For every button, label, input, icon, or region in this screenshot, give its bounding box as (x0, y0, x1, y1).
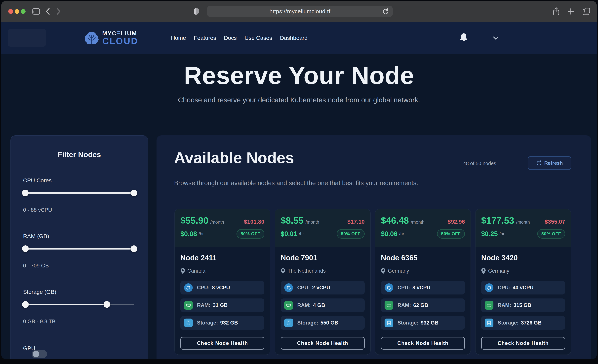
storage-icon (284, 319, 293, 327)
node-location: Canada (187, 268, 206, 274)
nav-link-dashboard[interactable]: Dashboard (280, 35, 307, 41)
per-month-label: /month (516, 220, 530, 225)
gpu-toggle[interactable] (32, 350, 47, 358)
section-title: Available Nodes (174, 149, 294, 167)
check-node-health-button[interactable]: Check Node Health (381, 337, 465, 350)
location-pin-icon (381, 268, 386, 274)
cpu-label: CPU: (197, 285, 210, 291)
refresh-icon (536, 160, 541, 166)
price-monthly: $55.90 (180, 215, 208, 226)
nav-link-docs[interactable]: Docs (224, 35, 237, 41)
section-description: Browse through our available nodes and s… (174, 180, 418, 187)
nav-links: Home Features Docs Use Cases Dashboard (171, 22, 307, 54)
account-chevron-down-icon[interactable] (493, 36, 498, 40)
node-name: Node 3420 (481, 254, 565, 262)
card-body: Node 6365 Germany CPU: 8 vCPU (375, 247, 471, 355)
ram-value: 315 GB (514, 302, 531, 308)
sidebar-toggle-icon[interactable] (31, 1, 41, 22)
ram-filter-label: RAM (GB) (23, 233, 148, 240)
new-tab-icon[interactable] (565, 1, 576, 22)
refresh-button[interactable]: Refresh (528, 156, 571, 170)
web-page: MYCΞLIUM CLOUD Home Features Docs Use Ca… (1, 22, 597, 359)
node-location: The Netherlands (288, 268, 326, 274)
storage-slider-max-handle[interactable] (104, 301, 110, 308)
cpu-range-slider[interactable] (25, 188, 134, 198)
ram-slider-min-handle[interactable] (22, 245, 29, 252)
storage-value: 3726 GB (521, 320, 541, 326)
price-monthly: $8.55 (281, 215, 304, 226)
ram-icon (184, 301, 193, 310)
cpu-icon (385, 283, 393, 292)
forward-button[interactable] (54, 1, 63, 22)
ram-slider-max-handle[interactable] (131, 245, 137, 252)
per-hour-label: /hr (499, 231, 504, 236)
ram-icon (385, 301, 393, 310)
cpu-spec-row: CPU: 2 vCPU (281, 281, 365, 295)
minimize-window-button[interactable] (15, 9, 19, 14)
navbar-placeholder (8, 29, 46, 47)
storage-spec-row: Storage: 550 GB (281, 316, 365, 330)
per-month-label: /month (411, 220, 424, 225)
card-body: Node 7901 The Netherlands CPU: 2 vCPU (275, 247, 370, 355)
cpu-slider-min-handle[interactable] (22, 190, 29, 196)
back-button[interactable] (43, 1, 52, 22)
check-node-health-button[interactable]: Check Node Health (481, 337, 565, 350)
check-node-health-button[interactable]: Check Node Health (180, 337, 264, 350)
old-price: $355.07 (545, 218, 565, 225)
nav-link-home[interactable]: Home (171, 35, 186, 41)
cpu-icon (485, 283, 493, 292)
price-header: $55.90 /month $101.80 $0.08 /hr 50% OFF (175, 209, 270, 247)
site-logo[interactable]: MYCΞLIUM CLOUD (84, 27, 138, 49)
card-body: Node 3420 Germany CPU: 40 vCPU (475, 247, 571, 355)
storage-slider-min-handle[interactable] (22, 301, 29, 308)
storage-range-slider[interactable] (25, 299, 134, 309)
old-price: $101.80 (244, 218, 264, 225)
price-header: $46.48 /month $92.96 $0.06 /hr 50% OFF (375, 209, 471, 247)
old-price: $92.96 (448, 218, 465, 225)
nodes-count: 48 of 50 nodes (463, 161, 496, 166)
logo-e-glyph: Ξ (117, 30, 121, 36)
per-hour-label: /hr (199, 231, 204, 236)
reload-icon[interactable] (382, 8, 389, 15)
node-name: Node 6365 (381, 254, 465, 262)
node-cards-grid: $55.90 /month $101.80 $0.08 /hr 50% OFF … (174, 209, 571, 355)
check-node-health-button[interactable]: Check Node Health (281, 337, 365, 350)
cpu-icon (184, 283, 193, 292)
discount-badge: 50% OFF (437, 229, 465, 239)
mycelium-logo-icon (84, 31, 99, 45)
storage-icon (385, 319, 393, 327)
ram-value: 62 GB (413, 302, 428, 308)
per-month-label: /month (210, 220, 224, 225)
close-window-button[interactable] (8, 9, 13, 14)
card-body: Node 2411 Canada CPU: 8 vCPU (175, 247, 270, 355)
cpu-value: 8 vCPU (212, 285, 230, 291)
notifications-bell-icon[interactable] (459, 33, 468, 43)
per-hour-label: /hr (299, 231, 304, 236)
storage-label: Storage: (297, 320, 318, 326)
nav-link-features[interactable]: Features (194, 35, 216, 41)
page-title: Reserve Your Node (1, 61, 597, 90)
share-icon[interactable] (551, 1, 562, 22)
nav-link-use-cases[interactable]: Use Cases (244, 35, 272, 41)
cpu-slider-max-handle[interactable] (131, 190, 137, 196)
address-bar[interactable]: https://myceliumcloud.tf (207, 6, 393, 17)
available-nodes-panel: Available Nodes 48 of 50 nodes Refresh B… (157, 135, 591, 359)
privacy-shield-icon[interactable] (191, 1, 202, 22)
price-hourly: $0.06 (381, 230, 398, 238)
cpu-icon (284, 283, 293, 292)
price-hourly: $0.08 (180, 230, 197, 238)
zoom-window-button[interactable] (21, 9, 25, 14)
ram-value: 4 GB (313, 302, 325, 308)
site-navbar: MYCΞLIUM CLOUD Home Features Docs Use Ca… (1, 22, 597, 54)
cpu-value: 2 vCPU (312, 285, 330, 291)
ram-range-slider[interactable] (25, 244, 134, 254)
cpu-spec-row: CPU: 40 vCPU (481, 281, 565, 295)
node-card: $46.48 /month $92.96 $0.06 /hr 50% OFF N… (375, 209, 471, 355)
logo-wordmark: MYCΞLIUM CLOUD (102, 30, 138, 45)
url-text: https://myceliumcloud.tf (269, 8, 330, 15)
ram-icon (284, 301, 293, 310)
tab-overview-icon[interactable] (581, 1, 592, 22)
node-name: Node 7901 (281, 254, 365, 262)
old-price: $17.10 (347, 218, 365, 225)
per-hour-label: /hr (399, 231, 404, 236)
